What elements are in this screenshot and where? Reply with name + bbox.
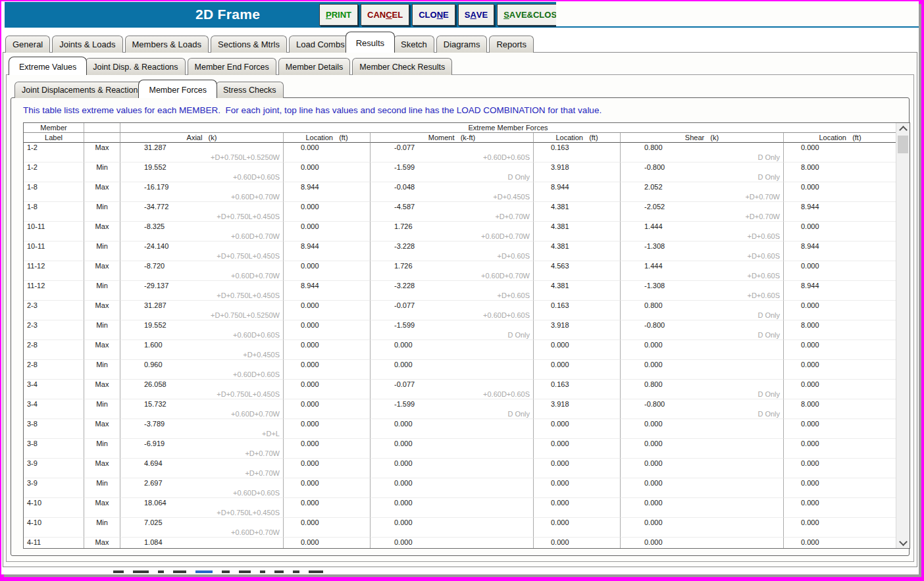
cell-axial-combo: +D+0.750L+0.450S [120,212,284,222]
cell-combo-spacer [784,390,896,399]
subtab-member-details[interactable]: Member Details [278,58,351,75]
cell-axial-location: 0.000 [284,399,371,409]
cell-combo-spacer [24,330,84,340]
cell-axial-location: 0.000 [284,419,371,429]
header-location-axial: Location (ft) [284,133,371,143]
tab-load-combs[interactable]: Load Combs [289,36,352,53]
cell-shear-location: 0.000 [784,340,896,350]
scroll-down-arrow-icon[interactable] [896,537,910,548]
tab-joints-loads[interactable]: Joints & Loads [52,36,122,53]
cell-shear-value: 0.800 [621,380,784,390]
cell-combo-spacer [24,291,84,301]
cell-combo-spacer [784,330,896,340]
cell-combo-spacer [84,271,120,281]
cell-combo-spacer [534,370,621,380]
cell-shear-value: 0.000 [621,360,784,370]
subtab-member-check-results[interactable]: Member Check Results [352,58,452,75]
cell-axial-value: -8.325 [120,222,284,232]
cell-axial-value: 1.600 [120,340,284,350]
cell-shear-location: 0.000 [784,360,896,370]
cell-max-min: Min [84,320,120,330]
cell-combo-spacer [784,528,896,538]
cell-axial-value: -24.140 [120,241,284,251]
cell-member-label: 10-11 [24,222,84,232]
cell-shear-location: 0.000 [784,301,896,311]
tab3-member-forces[interactable]: Member Forces [138,80,217,98]
scroll-up-arrow-icon[interactable] [896,123,910,134]
cell-member-label: 3-8 [24,419,84,429]
cell-axial-combo: +0.60D+0.60S [120,172,284,182]
cell-moment-value: -0.077 [371,143,534,153]
cell-shear-combo: D Only [621,409,784,419]
cell-shear-combo: +D+0.60S [621,232,784,241]
cell-combo-spacer [784,449,896,459]
cell-combo-spacer [784,172,896,182]
tab3-joint-displacements-reaction[interactable]: Joint Displacements & Reaction [14,82,145,98]
cell-moment-combo: +D+0.70W [371,212,534,222]
cell-moment-combo [371,488,534,498]
cell-shear-location: 0.000 [784,459,896,468]
scrollbar-thumb[interactable] [898,136,908,153]
cell-axial-value: 15.732 [120,399,284,409]
cell-axial-combo: +D+L [120,429,284,439]
cell-shear-combo [621,488,784,498]
cell-moment-location: 0.000 [534,538,621,547]
cell-moment-location: 0.000 [534,478,621,488]
cell-moment-location: 0.163 [534,380,621,390]
clone-button[interactable]: CLONE [412,4,455,26]
cell-combo-spacer [24,311,84,320]
tab3-stress-checks[interactable]: Stress Checks [216,82,284,98]
tab-general[interactable]: General [5,36,50,53]
cell-shear-combo: D Only [621,153,784,163]
cell-axial-location: 0.000 [284,478,371,488]
cell-shear-location: 0.000 [784,261,896,271]
cell-combo-spacer [84,547,120,548]
subtab-joint-disp-reactions[interactable]: Joint Disp. & Reactions [86,58,185,75]
cell-moment-location: 3.918 [534,163,621,172]
cell-axial-location: 0.000 [284,380,371,390]
cell-combo-spacer [784,311,896,320]
tab-sections-mtrls[interactable]: Sections & Mtrls [211,36,287,53]
header-location-moment: Location (ft) [534,133,621,143]
tab-reports[interactable]: Reports [489,36,534,53]
cell-axial-location: 0.000 [284,163,371,172]
cell-axial-location: 0.000 [284,439,371,449]
print-button[interactable]: PRINT [319,4,358,26]
cell-combo-spacer [84,330,120,340]
cell-axial-location: 0.000 [284,261,371,271]
cell-combo-spacer [284,370,371,380]
subtab-extreme-values[interactable]: Extreme Values [9,57,87,75]
vertical-scrollbar[interactable] [896,123,910,548]
cell-max-min: Min [84,399,120,409]
subtab-member-end-forces[interactable]: Member End Forces [188,58,276,75]
cell-combo-spacer [784,409,896,419]
cell-axial-location: 8.944 [284,241,371,251]
cell-moment-combo: +0.60D+0.70W [371,232,534,241]
cell-combo-spacer [534,271,621,281]
cell-combo-spacer [534,390,621,399]
cell-axial-combo: +0.60D+0.60S [120,370,284,380]
cell-combo-spacer [24,508,84,518]
cell-shear-value: 0.000 [621,419,784,429]
cell-shear-value: 0.800 [621,143,784,153]
cell-combo-spacer [534,468,621,478]
cell-axial-combo: +0.60D+0.70W [120,232,284,241]
cell-combo-spacer [84,251,120,261]
cancel-button[interactable]: CANCEL [361,4,409,26]
cell-shear-value: 0.000 [621,538,784,547]
tab-members-loads[interactable]: Members & Loads [125,36,209,53]
cell-max-min: Max [84,380,120,390]
tab-diagrams[interactable]: Diagrams [436,36,488,53]
cell-moment-combo: +0.60D+0.60S [371,311,534,320]
header-group-extreme-member-forces: Extreme Member Forces [120,123,896,133]
cell-combo-spacer [284,153,371,163]
cell-shear-value: 0.000 [621,439,784,449]
cell-member-label: 4-10 [24,518,84,528]
cell-member-label: 2-3 [24,301,84,311]
save-button[interactable]: SAVE [458,4,494,26]
cell-combo-spacer [284,488,371,498]
tab-results[interactable]: Results [346,32,395,53]
cell-moment-combo [371,547,534,548]
cell-shear-value: 0.000 [621,478,784,488]
tab-sketch[interactable]: Sketch [394,36,434,53]
